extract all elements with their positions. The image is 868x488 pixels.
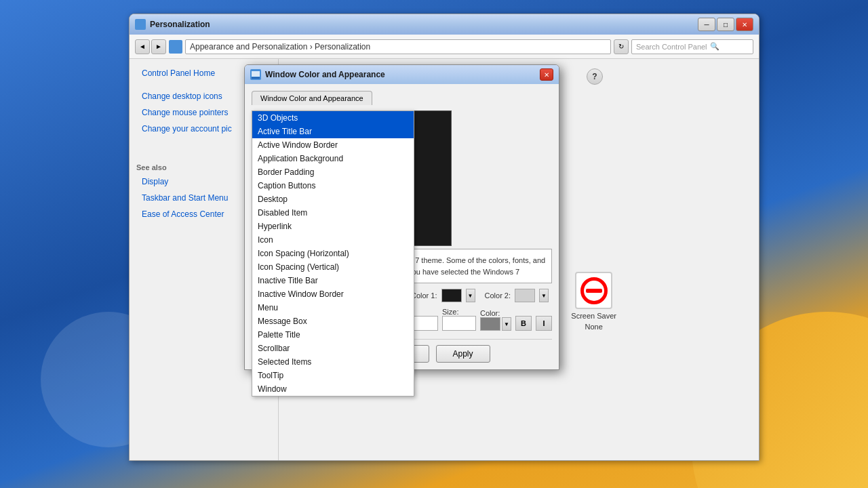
no-entry-bar: [586, 289, 602, 293]
list-item-window[interactable]: Window: [252, 382, 414, 396]
list-item-icon[interactable]: Icon: [252, 233, 414, 247]
cp-close-button[interactable]: ✕: [736, 18, 753, 31]
cp-title-icon: [135, 19, 146, 30]
cp-minimize-button[interactable]: ─: [698, 18, 715, 31]
list-item-border-padding[interactable]: Border Padding: [252, 165, 414, 179]
list-item-active-window-border[interactable]: Active Window Border: [252, 138, 414, 152]
list-item-icon-spacing-h[interactable]: Icon Spacing (Horizontal): [252, 247, 414, 260]
cp-titlebar: Personalization ─ □ ✕: [130, 14, 759, 35]
dialog-tab[interactable]: Window Color and Appearance: [252, 91, 372, 105]
dialog-title-icon: [250, 69, 261, 80]
font-color-col: Color: ▼: [480, 309, 511, 331]
dialog-titlebar: Window Color and Appearance ✕: [245, 65, 559, 84]
list-item-hyperlink[interactable]: Hyperlink: [252, 220, 414, 233]
bold-button[interactable]: B: [515, 316, 532, 331]
item-dropdown-list[interactable]: 3D Objects Active Title Bar Active Windo…: [252, 110, 414, 396]
address-icon: [169, 40, 182, 54]
svg-rect-2: [252, 77, 260, 79]
screensaver-icon: [575, 272, 612, 309]
cp-window-controls: ─ □ ✕: [698, 18, 753, 31]
list-item-desktop[interactable]: Desktop: [252, 192, 414, 206]
cp-maximize-button[interactable]: □: [717, 18, 734, 31]
color1-label: Color 1:: [411, 291, 437, 300]
font-size-col: Size:: [442, 308, 476, 331]
list-item-icon-spacing-v[interactable]: Icon Spacing (Vertical): [252, 260, 414, 274]
color2-label: Color 2:: [485, 291, 511, 300]
list-item-message-box[interactable]: Message Box: [252, 314, 414, 328]
font-size-label: Size:: [442, 308, 476, 316]
dialog-close-button[interactable]: ✕: [540, 68, 553, 81]
font-color-label: Color:: [480, 309, 511, 317]
list-item-inactive-window-border[interactable]: Inactive Window Border: [252, 287, 414, 301]
color2-swatch[interactable]: [515, 289, 535, 302]
list-item-3dobjects[interactable]: 3D Objects: [252, 111, 414, 125]
forward-button[interactable]: ►: [151, 39, 166, 54]
apply-button[interactable]: Apply: [436, 345, 490, 363]
list-item-selected-items[interactable]: Selected Items: [252, 355, 414, 369]
nav-buttons: ◄ ►: [135, 39, 166, 54]
address-path[interactable]: Appearance and Personalization › Persona…: [185, 39, 611, 54]
color1-swatch[interactable]: [441, 289, 462, 302]
list-item-active-titlebar[interactable]: Active Title Bar: [252, 125, 414, 138]
screensaver-label: Screen Saver: [571, 312, 616, 320]
list-item-tooltip[interactable]: ToolTip: [252, 369, 414, 382]
color2-dropdown-button[interactable]: ▼: [539, 289, 549, 302]
dialog-body: Window Color and Appearance 3D Objects A…: [245, 84, 559, 369]
screensaver-value: None: [585, 323, 603, 331]
italic-button[interactable]: I: [536, 316, 552, 331]
list-item-disabled-item[interactable]: Disabled Item: [252, 206, 414, 220]
left-panel: 3D Objects Active Title Bar Active Windo…: [252, 110, 311, 331]
no-entry-symbol: [580, 277, 608, 304]
search-placeholder: Search Control Panel: [636, 43, 707, 51]
font-color-dropdown-button[interactable]: ▼: [502, 317, 511, 331]
svg-rect-1: [252, 71, 260, 77]
list-item-palette-title[interactable]: Palette Title: [252, 328, 414, 342]
list-item-menu[interactable]: Menu: [252, 301, 414, 314]
list-item-caption-buttons[interactable]: Caption Buttons: [252, 179, 414, 192]
help-button[interactable]: ?: [587, 68, 603, 85]
back-button[interactable]: ◄: [135, 39, 150, 54]
font-color-area: ▼: [480, 317, 511, 331]
color1-dropdown-button[interactable]: ▼: [466, 289, 475, 302]
dialog-window: Window Color and Appearance ✕ Window Col…: [244, 64, 559, 370]
list-item-scrollbar[interactable]: Scrollbar: [252, 342, 414, 355]
dialog-title-text: Window Color and Appearance: [265, 70, 536, 79]
refresh-button[interactable]: ↻: [614, 39, 629, 54]
dialog-main-content: 3D Objects Active Title Bar Active Windo…: [252, 110, 552, 331]
font-size-input[interactable]: [442, 316, 476, 331]
search-box[interactable]: Search Control Panel 🔍: [631, 39, 753, 54]
cp-addressbar: ◄ ► Appearance and Personalization › Per…: [130, 35, 759, 59]
screensaver-area: Screen Saver None: [571, 272, 616, 331]
font-color-swatch[interactable]: [480, 317, 500, 331]
search-icon: 🔍: [710, 42, 719, 51]
cp-title-text: Personalization: [150, 20, 694, 29]
list-item-inactive-titlebar[interactable]: Inactive Title Bar: [252, 274, 414, 287]
list-item-app-background[interactable]: Application Background: [252, 152, 414, 165]
